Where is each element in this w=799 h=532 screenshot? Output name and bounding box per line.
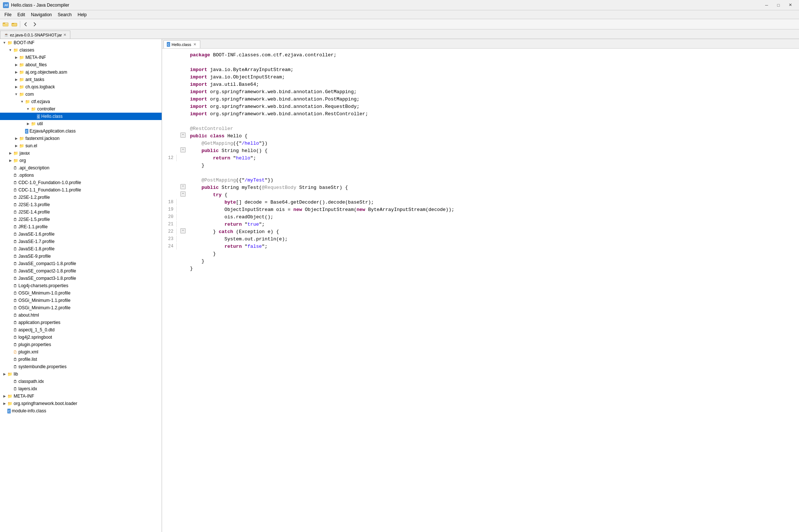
toggle-ant-tasks[interactable]: ▶ — [13, 76, 19, 83]
file-icon: 🗒 — [13, 364, 17, 369]
tree-item-j2se14[interactable]: ▶ 🗒 J2SE-1.4.profile — [0, 208, 162, 216]
toggle-classes[interactable]: ▼ — [7, 46, 13, 54]
code-tab-close[interactable]: ✕ — [193, 42, 197, 46]
tree-item-sun-el[interactable]: ▶ 📁 sun.el — [0, 142, 162, 149]
toggle-controller[interactable]: ▼ — [25, 105, 31, 113]
folder-icon: 📁 — [31, 107, 36, 112]
toggle-lib[interactable]: ▶ — [1, 370, 7, 378]
fold-mytest[interactable]: − — [180, 184, 186, 189]
tree-item-compact2[interactable]: ▶ 🗒 JavaSE_compact2-1.8.profile — [0, 267, 162, 275]
toggle-com[interactable]: ▼ — [13, 91, 19, 98]
folder-icon: 📁 — [7, 372, 13, 377]
toggle-ch-qos[interactable]: ▶ — [13, 83, 19, 91]
tree-item-javase16[interactable]: ▶ 🗒 JavaSE-1.6.profile — [0, 230, 162, 238]
toggle-util[interactable]: ▶ — [25, 120, 31, 127]
tree-item-hello-class[interactable]: ▶ c Hello.class — [0, 113, 162, 120]
tree-item-j2se15[interactable]: ▶ 🗒 J2SE-1.5.profile — [0, 216, 162, 223]
tree-item-j2se12[interactable]: ▶ 🗒 J2SE-1.2.profile — [0, 194, 162, 201]
tree-item-cdc10[interactable]: ▶ 🗒 CDC-1.0_Foundation-1.0.profile — [0, 179, 162, 186]
tree-item-com[interactable]: ▼ 📁 com — [0, 91, 162, 98]
tree-item-layers-idx[interactable]: ▶ 🗒 layers.idx — [0, 385, 162, 392]
jar-tab-close[interactable]: ✕ — [63, 33, 66, 37]
file-icon: 🗒 — [13, 261, 17, 266]
tree-item-aj-org[interactable]: ▶ 📁 aj.org.objectweb.asm — [0, 68, 162, 76]
file-icon: 🗒 — [13, 180, 17, 185]
tree-item-controller[interactable]: ▼ 📁 controller — [0, 105, 162, 113]
tree-item-log4j[interactable]: ▶ 🗒 Log4j-charsets.properties — [0, 282, 162, 289]
tree-item-javase9[interactable]: ▶ 🗒 JavaSE-9.profile — [0, 253, 162, 260]
tree-item-plugin-props[interactable]: ▶ 🗒 plugin.properties — [0, 341, 162, 348]
menu-search[interactable]: Search — [55, 11, 75, 19]
toggle-meta-inf-root[interactable]: ▶ — [1, 392, 7, 400]
maximize-button[interactable]: □ — [772, 1, 784, 9]
menu-navigation[interactable]: Navigation — [28, 11, 55, 19]
fold-catch[interactable]: − — [180, 228, 186, 233]
toggle-spring-loader[interactable]: ▶ — [1, 400, 7, 407]
jar-tab[interactable]: ☕ ez.java-0.0.1-SNAPSHOT.jar ✕ — [0, 31, 70, 39]
tree-item-spring-loader[interactable]: ▶ 📁 org.springframework.boot.loader — [0, 400, 162, 407]
fold-try[interactable]: − — [180, 191, 186, 197]
tree-item-classpath-idx[interactable]: ▶ 🗒 classpath.idx — [0, 378, 162, 385]
tree-item-compact1[interactable]: ▶ 🗒 JavaSE_compact1-1.8.profile — [0, 260, 162, 267]
main-container: ▼ 📁 BOOT-INF ▼ 📁 classes ▶ 📁 META-INF ▶ — [0, 39, 799, 532]
toggle-javax[interactable]: ▶ — [7, 149, 13, 157]
open-folder-button[interactable] — [10, 20, 18, 28]
tree-item-osgi10[interactable]: ▶ 🗒 OSGi_Minimum-1.0.profile — [0, 289, 162, 297]
tree-item-classes[interactable]: ▼ 📁 classes — [0, 46, 162, 54]
tree-item-api-desc[interactable]: ▶ 🗒 .api_description — [0, 164, 162, 172]
tree-item-fasterxml[interactable]: ▶ 📁 fasterxml.jackson — [0, 135, 162, 142]
toggle-fasterxml[interactable]: ▶ — [13, 135, 19, 142]
fold-hello[interactable]: − — [180, 147, 186, 152]
tree-item-module-info[interactable]: ▶ c module-info.class — [0, 407, 162, 415]
open-file-button[interactable] — [1, 20, 10, 28]
tree-item-ezjava-app[interactable]: ▶ c EzjavaApplication.class — [0, 127, 162, 135]
tree-item-about-html[interactable]: ▶ 🗒 about.html — [0, 311, 162, 319]
tree-item-jre11[interactable]: ▶ 🗒 JRE-1.1.profile — [0, 223, 162, 230]
tree-item-profile-list[interactable]: ▶ 🗒 profile.list — [0, 356, 162, 363]
tree-item-org[interactable]: ▶ 📁 org — [0, 157, 162, 164]
file-icon: 🗒 — [13, 328, 17, 332]
toggle-ctf-ezjava[interactable]: ▼ — [19, 98, 25, 105]
toggle-about-files[interactable]: ▶ — [13, 61, 19, 68]
menu-edit[interactable]: Edit — [14, 11, 28, 19]
tree-item-osgi11[interactable]: ▶ 🗒 OSGi_Minimum-1.1.profile — [0, 297, 162, 304]
tree-item-systembundle[interactable]: ▶ 🗒 systembundle.properties — [0, 363, 162, 370]
menu-help[interactable]: Help — [75, 11, 90, 19]
tree-item-javax[interactable]: ▶ 📁 javax — [0, 149, 162, 157]
tree-item-compact3[interactable]: ▶ 🗒 JavaSE_compact3-1.8.profile — [0, 275, 162, 282]
tree-item-javase17[interactable]: ▶ 🗒 JavaSE-1.7.profile — [0, 238, 162, 245]
tree-item-ant-tasks[interactable]: ▶ 📁 ant_tasks — [0, 76, 162, 83]
toggle-boot-inf[interactable]: ▼ — [1, 39, 7, 46]
toggle-aj-org[interactable]: ▶ — [13, 68, 19, 76]
tree-item-j2se13[interactable]: ▶ 🗒 J2SE-1.3.profile — [0, 201, 162, 208]
close-button[interactable]: ✕ — [784, 1, 796, 9]
toggle-sun-el[interactable]: ▶ — [13, 142, 19, 149]
tree-item-javase18[interactable]: ▶ 🗒 JavaSE-1.8.profile — [0, 245, 162, 253]
fold-class[interactable]: − — [180, 133, 186, 138]
tree-item-cdc11[interactable]: ▶ 🗒 CDC-1.1_Foundation-1.1.profile — [0, 186, 162, 194]
tree-item-ctf-ezjava[interactable]: ▼ 📁 ctf.ezjava — [0, 98, 162, 105]
forward-button[interactable] — [31, 20, 39, 28]
tree-item-meta-inf-inner[interactable]: ▶ 📁 META-INF — [0, 54, 162, 61]
tree-item-log4j2[interactable]: ▶ 🗒 log4j2.springboot — [0, 334, 162, 341]
tree-item-util[interactable]: ▶ 📁 util — [0, 120, 162, 127]
code-editor-tab-bar: c Hello.class ✕ — [162, 39, 799, 49]
code-editor-content[interactable]: package BOOT-INF.classes.com.ctf.ezjava.… — [162, 49, 799, 532]
tree-item-boot-inf[interactable]: ▼ 📁 BOOT-INF — [0, 39, 162, 46]
tree-item-plugin-xml[interactable]: ▶ 🗋 plugin.xml — [0, 348, 162, 356]
toggle-org[interactable]: ▶ — [7, 157, 13, 164]
tree-item-aspectj[interactable]: ▶ 🗒 aspectj_1_5_0.dtd — [0, 326, 162, 334]
back-button[interactable] — [22, 20, 30, 28]
tree-item-lib[interactable]: ▶ 📁 lib — [0, 370, 162, 378]
code-line: @PostMapping({"/myTest"}) — [162, 177, 799, 184]
tree-item-osgi12[interactable]: ▶ 🗒 OSGi_Minimum-1.2.profile — [0, 304, 162, 311]
menu-file[interactable]: File — [1, 11, 14, 19]
tree-item-ch-qos[interactable]: ▶ 📁 ch.qos.logback — [0, 83, 162, 91]
minimize-button[interactable]: ─ — [761, 1, 772, 9]
code-tab-hello[interactable]: c Hello.class ✕ — [163, 40, 200, 48]
tree-item-meta-inf-root[interactable]: ▶ 📁 META-INF — [0, 392, 162, 400]
tree-item-options[interactable]: ▶ 🗒 .options — [0, 172, 162, 179]
tree-item-app-props[interactable]: ▶ 🗒 application.properties — [0, 319, 162, 326]
toggle-meta-inf-inner[interactable]: ▶ — [13, 54, 19, 61]
tree-item-about-files[interactable]: ▶ 📁 about_files — [0, 61, 162, 68]
